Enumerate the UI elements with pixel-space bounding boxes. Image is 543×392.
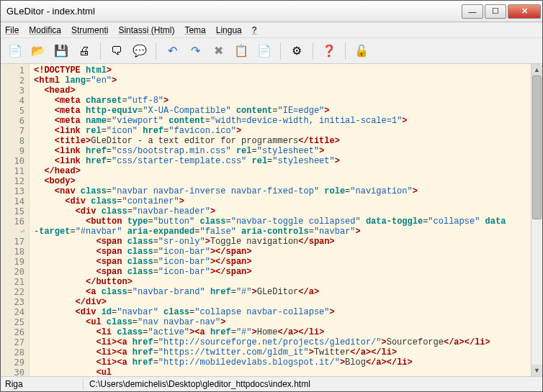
copy-button[interactable]: 📋 — [231, 41, 251, 61]
toolbar: 📄📂💾🖨🗨💬↶↷✖📋📄⚙❓🔓 — [1, 38, 542, 64]
new-file-button[interactable]: 📄 — [5, 41, 25, 61]
menu-[interactable]: ? — [252, 25, 257, 35]
menu-file[interactable]: File — [5, 25, 19, 35]
redo-button[interactable]: ↷ — [185, 41, 205, 61]
open-file-button[interactable]: 📂 — [28, 41, 48, 61]
find-button[interactable]: 🗨 — [107, 41, 127, 61]
scroll-down-icon[interactable]: ▼ — [531, 365, 542, 376]
undo-button[interactable]: ↶ — [162, 41, 182, 61]
editor-area: 12345678910111213141516⏎1718192021222324… — [1, 64, 542, 376]
close-button[interactable]: ✕ — [508, 4, 541, 19]
titlebar: GLeDitor - index.html — ☐ ✕ — [1, 1, 542, 22]
print-button[interactable]: 🖨 — [74, 41, 94, 61]
cut-button[interactable]: ✖ — [208, 41, 228, 61]
menu-modifica[interactable]: Modifica — [29, 25, 61, 35]
toolbar-separator — [345, 42, 346, 60]
lock-button[interactable]: 🔓 — [351, 41, 372, 61]
line-gutter: 12345678910111213141516⏎1718192021222324… — [1, 64, 30, 376]
settings-button[interactable]: ⚙ — [287, 41, 307, 61]
toolbar-separator — [156, 42, 156, 60]
menu-sintassihtml[interactable]: Sintassi (Html) — [118, 25, 174, 35]
vertical-scrollbar[interactable]: ▲ ▼ — [531, 64, 542, 376]
replace-button[interactable]: 💬 — [130, 41, 150, 61]
code-editor[interactable]: <!DOCTYPE html><html lang="en"> <head> <… — [30, 64, 531, 376]
scrollbar-thumb[interactable] — [532, 76, 542, 219]
statusbar: Riga C:\Users\demichelis\Desktop\gledito… — [1, 376, 542, 391]
help-button[interactable]: ❓ — [319, 41, 339, 61]
save-file-button[interactable]: 💾 — [51, 41, 71, 61]
status-filepath: C:\Users\demichelis\Desktop\gleditor_htt… — [84, 379, 542, 389]
paste-button[interactable]: 📄 — [254, 41, 274, 61]
toolbar-separator — [100, 42, 101, 60]
minimize-button[interactable]: — — [462, 4, 483, 19]
menu-tema[interactable]: Tema — [184, 25, 205, 35]
toolbar-separator — [280, 42, 281, 60]
status-line-label: Riga — [1, 379, 84, 389]
menubar: FileModificaStrumentiSintassi (Html)Tema… — [1, 22, 542, 38]
maximize-button[interactable]: ☐ — [485, 4, 506, 19]
window-title: GLeDitor - index.html — [6, 6, 460, 17]
scroll-up-icon[interactable]: ▲ — [531, 64, 542, 76]
toolbar-separator — [313, 42, 313, 60]
menu-lingua[interactable]: Lingua — [216, 25, 242, 35]
menu-strumenti[interactable]: Strumenti — [71, 25, 108, 35]
